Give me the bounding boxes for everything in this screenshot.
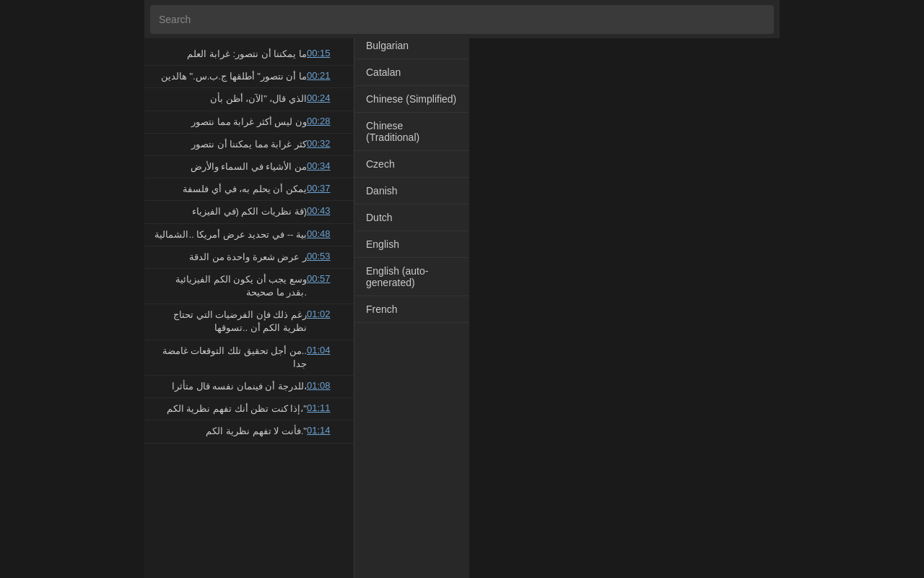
transcript-text: ون ليس أكثر غرابة مما نتصور xyxy=(191,116,307,129)
transcript-text: بية -- في تحديد عرض أمريكا ..الشمالية xyxy=(154,228,307,241)
transcript-item: 01:08،للدرجة أن فينمان نفسه قال متأثرا xyxy=(144,376,354,398)
transcript-item: 00:32كثر غرابة مما يمكننا أن نتصور xyxy=(144,134,354,156)
transcript-item: 00:15ما يمكننا أن نتصور: غرابة العلم xyxy=(144,43,354,66)
timestamp[interactable]: 00:57 xyxy=(307,273,339,284)
transcript-item: 00:28ون ليس أكثر غرابة مما نتصور xyxy=(144,111,354,134)
transcript-text: ،للدرجة أن فينمان نفسه قال متأثرا xyxy=(172,380,307,393)
transcript-item: 00:21ما أن نتصور" أطلقها ج.ب.س." هالدين xyxy=(144,66,354,88)
timestamp[interactable]: 00:28 xyxy=(307,116,339,126)
language-item-chinese-traditional[interactable]: Chinese (Traditional) xyxy=(354,113,469,151)
language-item-english[interactable]: English xyxy=(354,231,469,258)
main-container: 00:15ما يمكننا أن نتصور: غرابة العلم00:2… xyxy=(144,0,780,578)
timestamp[interactable]: 00:24 xyxy=(307,92,339,103)
timestamp[interactable]: 00:34 xyxy=(307,160,339,171)
transcript-text: من الأشياء في السماء والأرض xyxy=(191,160,307,173)
language-item-catalan[interactable]: Catalan xyxy=(354,59,469,86)
timestamp[interactable]: 00:53 xyxy=(307,251,339,262)
transcript-item: 00:57وسع يجب أن يكون الكم الفيزيائية .بق… xyxy=(144,269,354,304)
transcript-item: 01:14".فأنت لا تفهم نظرية الكم xyxy=(144,420,354,443)
language-item-czech[interactable]: Czech xyxy=(354,151,469,178)
timestamp[interactable]: 00:32 xyxy=(307,138,339,149)
timestamp[interactable]: 01:08 xyxy=(307,380,339,391)
transcript-text: ر عرض شعرة واحدة من الدقة xyxy=(189,251,307,264)
transcript-text: يمكن أن يحلم به، في أي فلسفة xyxy=(183,183,307,196)
language-panel: ArabicBulgarianCatalanChinese (Simplifie… xyxy=(354,0,469,578)
timestamp[interactable]: 00:48 xyxy=(307,228,339,239)
language-item-dutch[interactable]: Dutch xyxy=(354,204,469,231)
search-input[interactable] xyxy=(150,5,774,34)
language-item-english-auto[interactable]: English (auto-generated) xyxy=(354,258,469,296)
transcript-item: 00:37يمكن أن يحلم به، في أي فلسفة xyxy=(144,178,354,201)
language-list: ArabicBulgarianCatalanChinese (Simplifie… xyxy=(354,0,469,323)
language-item-chinese-simplified[interactable]: Chinese (Simplified) xyxy=(354,86,469,113)
timestamp[interactable]: 01:14 xyxy=(307,425,339,436)
transcript-text: ".فأنت لا تفهم نظرية الكم xyxy=(206,425,307,438)
transcript-item: 00:53ر عرض شعرة واحدة من الدقة xyxy=(144,246,354,269)
transcript-text: ما يمكننا أن نتصور: غرابة العلم xyxy=(187,48,307,61)
transcript-text: ما أن نتصور" أطلقها ج.ب.س." هالدين xyxy=(161,70,307,83)
language-item-danish[interactable]: Danish xyxy=(354,178,469,204)
timestamp[interactable]: 01:02 xyxy=(307,309,339,319)
transcript-text: كثر غرابة مما يمكننا أن نتصور xyxy=(191,138,307,151)
transcript-text: رغم ذلك فإن الفرضيات التي تحتاج نظرية ال… xyxy=(153,309,307,335)
timestamp[interactable]: 01:11 xyxy=(307,402,339,413)
transcript-item: 01:02رغم ذلك فإن الفرضيات التي تحتاج نظر… xyxy=(144,304,354,340)
timestamp[interactable]: 00:15 xyxy=(307,48,339,59)
timestamp[interactable]: 00:21 xyxy=(307,70,339,81)
transcript-item: 01:11"،إذا كنت تظن أنك تفهم نظرية الكم xyxy=(144,398,354,420)
timestamp[interactable]: 01:04 xyxy=(307,345,339,355)
transcript-item: 00:43(قة نظريات الكم (في الفيزياء xyxy=(144,201,354,223)
transcript-text: الذي قال، "الآن، أظن بأن xyxy=(210,92,307,105)
timestamp[interactable]: 00:37 xyxy=(307,183,339,194)
language-item-french[interactable]: French xyxy=(354,296,469,323)
transcript-text: وسع يجب أن يكون الكم الفيزيائية .بقدر ما… xyxy=(153,273,307,299)
transcript-item: 01:04..من أجل تحقيق تلك التوقعات غامضة ج… xyxy=(144,340,354,376)
transcript-panel: 00:15ما يمكننا أن نتصور: غرابة العلم00:2… xyxy=(144,0,354,578)
search-bar xyxy=(144,0,780,38)
timestamp[interactable]: 00:43 xyxy=(307,205,339,216)
transcript-item: 00:48بية -- في تحديد عرض أمريكا ..الشمال… xyxy=(144,224,354,246)
transcript-text: ..من أجل تحقيق تلك التوقعات غامضة جدا xyxy=(153,345,307,371)
transcript-text: (قة نظريات الكم (في الفيزياء xyxy=(192,205,307,218)
transcript-item: 00:24الذي قال، "الآن، أظن بأن xyxy=(144,88,354,111)
transcript-item: 00:34من الأشياء في السماء والأرض xyxy=(144,156,354,178)
transcript-text: "،إذا كنت تظن أنك تفهم نظرية الكم xyxy=(167,402,307,415)
